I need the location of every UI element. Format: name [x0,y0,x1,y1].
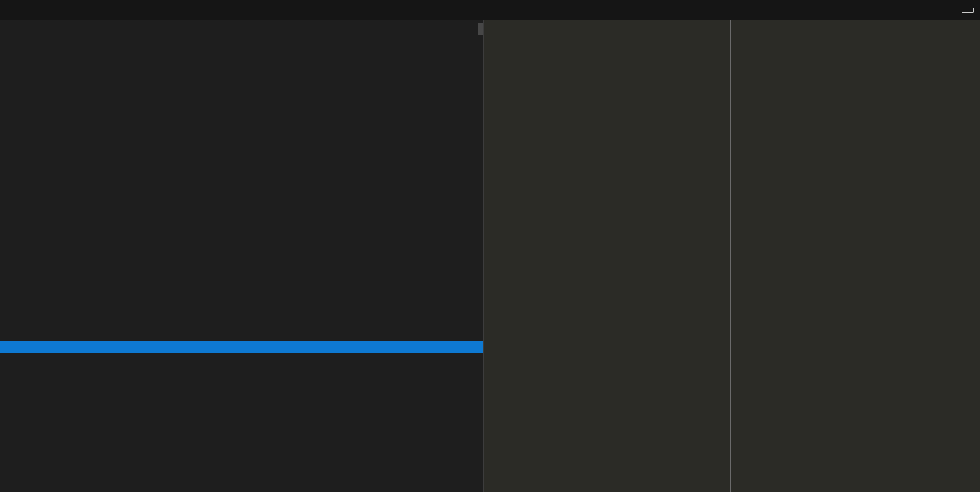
options-button[interactable] [962,8,974,13]
editor-scrollbar-thumb[interactable] [478,23,483,35]
factory-code-panel[interactable] [0,353,483,492]
node-properties-panel [730,20,980,492]
code-line [0,23,483,33]
position-status-bar [0,341,483,353]
source-code-editor[interactable] [0,20,483,341]
ast-tree-panel [483,20,730,492]
app-header [0,0,980,20]
indent-guide [24,372,24,480]
node-root-row[interactable] [731,27,980,38]
